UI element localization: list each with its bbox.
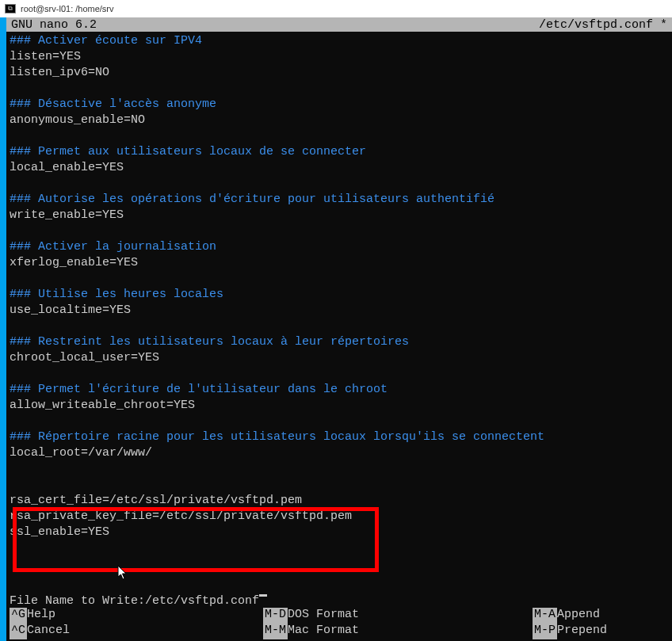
config-line: allow_writeable_chroot=YES (10, 399, 195, 412)
comment-line: ### Activer la journalisation (10, 240, 216, 254)
nano-filename: /etc/vsftpd.conf * (539, 18, 667, 32)
config-line: ssl_enable=YES (10, 525, 109, 539)
nano-shortcut-bar: ^G Help M-D DOS Format M-A Append ^C Can… (6, 608, 672, 639)
nano-prompt[interactable]: File Name to Write: /etc/vsftpd.conf (6, 594, 672, 608)
shortcut-key[interactable]: ^C (10, 624, 27, 639)
comment-line: ### Permet aux utilisateurs locaux de se… (10, 145, 366, 158)
comment-line: ### Permet l'écriture de l'utilisateur d… (10, 383, 388, 396)
shortcut-row: ^C Cancel M-M Mac Format M-P Prepend (10, 624, 669, 639)
comment-line: ### Utilise les heures locales (10, 288, 223, 301)
config-line: rsa_cert_file=/etc/ssl/private/vsftpd.pe… (10, 494, 302, 507)
config-line: local_enable=YES (10, 161, 124, 174)
comment-line: ### Activer écoute sur IPV4 (10, 34, 202, 48)
shortcut-label: Prepend (557, 624, 607, 639)
nano-prompt-value[interactable]: /etc/vsftpd.conf (145, 594, 259, 608)
shortcut-key[interactable]: M-P (533, 624, 557, 639)
config-line: listen=YES (10, 50, 81, 63)
shortcut-key[interactable]: M-D (263, 608, 288, 624)
shortcut-key[interactable]: M-A (533, 608, 557, 624)
editor-body[interactable]: ### Activer écoute sur IPV4 listen=YES l… (6, 32, 672, 540)
comment-line: ### Répertoire racine pour les utilisate… (10, 430, 544, 444)
nano-header: GNU nano 6.2 /etc/vsftpd.conf * (6, 17, 672, 32)
config-line: listen_ipv6=NO (10, 66, 109, 79)
window-titlebar: ⧉ root@srv-l01: /home/srv (0, 0, 672, 17)
nano-prompt-label: File Name to Write: (10, 594, 145, 608)
config-line: write_enable=YES (10, 208, 124, 222)
shortcut-key[interactable]: M-M (263, 624, 288, 639)
shortcut-label: Cancel (27, 624, 70, 639)
config-line: chroot_local_user=YES (10, 351, 159, 364)
terminal[interactable]: GNU nano 6.2 /etc/vsftpd.conf * ### Acti… (0, 17, 672, 641)
mouse-cursor-icon (117, 566, 128, 580)
config-line: local_root=/var/www/ (10, 446, 152, 460)
comment-line: ### Autorise les opérations d'écriture p… (10, 193, 494, 206)
terminal-app-icon: ⧉ (5, 4, 16, 13)
config-line: anonymous_enable=NO (10, 113, 145, 127)
config-line: use_localtime=YES (10, 303, 131, 317)
comment-line: ### Restreint les utilisateurs locaux à … (10, 335, 409, 349)
config-line: rsa_private_key_file=/etc/ssl/private/vs… (10, 509, 352, 523)
config-line: xferlog_enable=YES (10, 256, 138, 269)
shortcut-row: ^G Help M-D DOS Format M-A Append (10, 608, 669, 624)
shortcut-label: Mac Format (288, 624, 359, 639)
shortcut-label: Append (557, 608, 600, 624)
shortcut-label: Help (27, 608, 55, 624)
shortcut-label: DOS Format (288, 608, 359, 624)
text-cursor (259, 594, 267, 597)
comment-line: ### Désactive l'accès anonyme (10, 97, 216, 111)
window-title-text: root@srv-l01: /home/srv (21, 4, 114, 13)
nano-version: GNU nano 6.2 (11, 18, 97, 32)
shortcut-key[interactable]: ^G (10, 608, 27, 624)
